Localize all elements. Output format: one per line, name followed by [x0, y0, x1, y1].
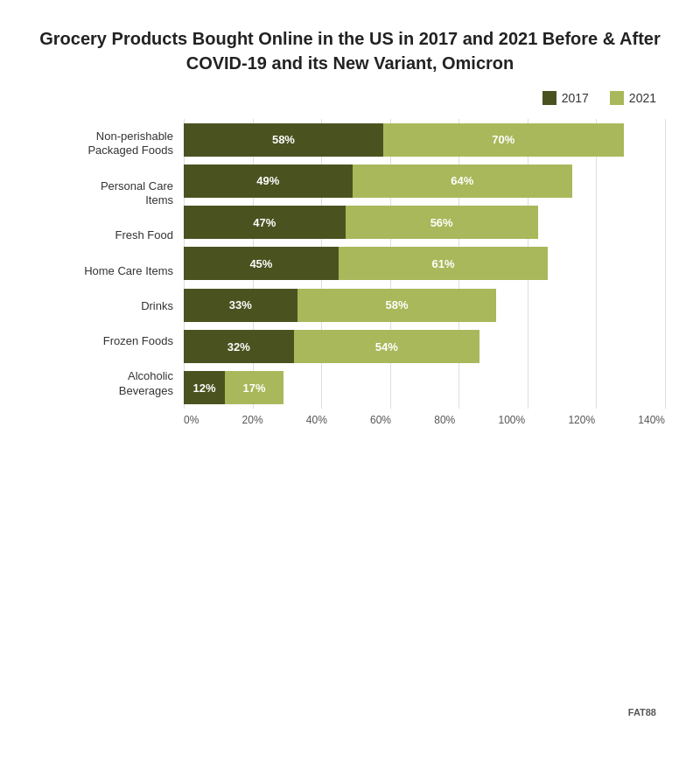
grid-line: [665, 119, 666, 409]
bars-rows: 58%70%49%64%47%56%45%61%33%58%32%54%12%1…: [184, 119, 665, 409]
bar-2021: 58%: [298, 289, 497, 322]
y-labels: Non-perishable Packaged FoodsPersonal Ca…: [35, 119, 184, 409]
legend-2017: 2017: [542, 91, 589, 105]
bar-2021: 56%: [346, 206, 538, 239]
bar-2021: 70%: [383, 123, 624, 157]
legend-swatch-2017: [542, 91, 556, 105]
legend: 2017 2021: [35, 91, 665, 105]
legend-label-2021: 2021: [629, 91, 656, 105]
legend-label-2017: 2017: [562, 91, 589, 105]
y-label: Fresh Food: [35, 228, 184, 243]
bar-2017: 47%: [184, 206, 346, 239]
bar-2021: 17%: [225, 371, 284, 404]
bar-2017: 12%: [184, 371, 225, 404]
x-tick: 0%: [184, 414, 199, 704]
bar-2017: 49%: [184, 164, 353, 198]
y-label: Drinks: [35, 299, 184, 314]
chart-title: Grocery Products Bought Online in the US…: [35, 26, 665, 75]
bar-2021: 64%: [353, 164, 572, 198]
bar-row: 33%58%: [184, 289, 665, 322]
x-tick: 20%: [242, 414, 263, 704]
bar-2017: 58%: [184, 123, 383, 157]
bar-row: 12%17%: [184, 371, 665, 404]
chart-container: Grocery Products Bought Online in the US…: [0, 0, 700, 770]
legend-swatch-2021: [610, 91, 624, 105]
bar-2017: 45%: [184, 247, 339, 280]
bar-row: 32%54%: [184, 330, 665, 363]
x-axis: 0%20%40%60%80%100%120%140%: [184, 409, 665, 704]
bar-row: 45%61%: [184, 247, 665, 280]
bar-row: 47%56%: [184, 206, 665, 239]
bars-and-grid: 58%70%49%64%47%56%45%61%33%58%32%54%12%1…: [184, 119, 665, 409]
x-tick: 40%: [306, 414, 327, 704]
bar-row: 58%70%: [184, 123, 665, 157]
y-label: Alcoholic Beverages: [35, 369, 184, 399]
bar-2017: 32%: [184, 330, 294, 363]
y-label: Personal Care Items: [35, 179, 184, 209]
legend-2021: 2021: [610, 91, 656, 105]
y-label: Frozen Foods: [35, 334, 184, 349]
x-tick: 60%: [370, 414, 391, 704]
x-tick: 100%: [498, 414, 525, 704]
bar-2021: 61%: [339, 247, 549, 280]
chart-area: Non-perishable Packaged FoodsPersonal Ca…: [35, 119, 665, 409]
x-tick: 140%: [638, 414, 665, 704]
bar-2021: 54%: [294, 330, 480, 363]
y-label: Non-perishable Packaged Foods: [35, 130, 184, 159]
x-tick: 80%: [434, 414, 455, 704]
y-label: Home Care Items: [35, 264, 184, 279]
brand-label: FAT88: [628, 707, 656, 718]
chart-body: Non-perishable Packaged FoodsPersonal Ca…: [35, 119, 665, 704]
x-tick: 120%: [568, 414, 595, 704]
bar-2017: 33%: [184, 289, 298, 322]
bar-row: 49%64%: [184, 164, 665, 198]
brand-footer: FAT88: [35, 707, 665, 718]
